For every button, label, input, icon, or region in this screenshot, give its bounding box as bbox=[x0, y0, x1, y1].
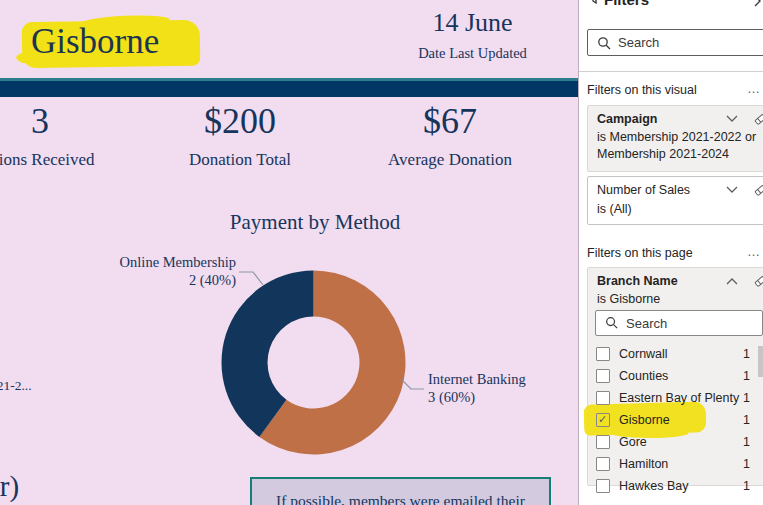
clipped-visual-title-text: ar) bbox=[0, 470, 19, 503]
checkbox-icon[interactable] bbox=[596, 347, 610, 361]
item-label: Eastern Bay of Plenty bbox=[619, 391, 739, 405]
stat-donation-total-value: $200 bbox=[160, 100, 320, 142]
item-count: 1 bbox=[728, 347, 750, 361]
campaign-condition-text: is Membership 2021-2022 or Membership 20… bbox=[597, 129, 763, 163]
powerbi-screen: Gisborne 14 June Date Last Updated 3 tio… bbox=[0, 0, 763, 505]
branch-condition-text: is Gisborne bbox=[597, 291, 763, 308]
filter-card-branch-name[interactable]: Branch Name is Gisborne bbox=[587, 267, 763, 486]
stat-donations-received-label: tions Received bbox=[0, 150, 95, 170]
list-item-cornwall[interactable]: Cornwall 1 bbox=[588, 344, 763, 366]
date-last-updated-label: Date Last Updated bbox=[400, 45, 545, 62]
filters-pane-title: Filters bbox=[604, 0, 649, 8]
filter-card-campaign[interactable]: Campaign is Membership 2021-2022 or Memb… bbox=[587, 105, 763, 172]
branch-list-scrollbar[interactable] bbox=[758, 344, 763, 484]
visual-section-more-options-icon[interactable]: … bbox=[747, 81, 761, 96]
donut-label-internet-banking: Internet Banking 3 (60%) bbox=[428, 370, 526, 406]
donut-label-online-membership-value: 2 (40%) bbox=[60, 271, 236, 289]
filters-pane: Filters Filters on this visual … Campaig… bbox=[578, 0, 763, 505]
filter-funnel-icon bbox=[587, 0, 602, 7]
eraser-icon[interactable] bbox=[752, 273, 763, 289]
page-section-more-options-icon[interactable]: … bbox=[747, 244, 761, 259]
item-count: 1 bbox=[728, 369, 750, 383]
stat-average-donation-value: $67 bbox=[370, 100, 530, 142]
list-item-hamilton[interactable]: Hamilton 1 bbox=[588, 454, 763, 476]
campaign-field-label: Campaign bbox=[597, 112, 657, 126]
report-canvas: Gisborne 14 June Date Last Updated 3 tio… bbox=[0, 0, 578, 505]
stat-donation-total-label: Donation Total bbox=[160, 150, 320, 170]
branch-search-input[interactable] bbox=[626, 313, 736, 333]
donut-label-internet-banking-name: Internet Banking bbox=[428, 370, 526, 388]
filters-on-page-label: Filters on this page bbox=[587, 246, 693, 260]
checkbox-checked-icon[interactable] bbox=[596, 413, 610, 427]
chevron-up-icon[interactable] bbox=[726, 276, 738, 286]
filters-on-visual-label: Filters on this visual bbox=[587, 83, 697, 97]
header-divider-bar bbox=[0, 78, 578, 97]
filter-card-number-of-sales[interactable]: Number of Sales is (All) bbox=[587, 176, 763, 225]
checkbox-icon[interactable] bbox=[596, 391, 610, 405]
donut-label-internet-banking-value: 3 (60%) bbox=[428, 388, 526, 406]
list-item-hawkes-bay[interactable]: Hawkes Bay 1 bbox=[588, 476, 763, 498]
search-icon bbox=[597, 36, 612, 51]
eraser-icon[interactable] bbox=[752, 111, 763, 127]
scrollbar-thumb[interactable] bbox=[758, 346, 763, 377]
donut-label-online-membership: Online Membership 2 (40%) bbox=[60, 253, 236, 289]
sales-field-label: Number of Sales bbox=[597, 183, 690, 197]
checkbox-icon[interactable] bbox=[596, 435, 610, 449]
item-count: 1 bbox=[728, 479, 750, 493]
date-last-updated-value: 14 June bbox=[400, 8, 545, 38]
list-item-gore[interactable]: Gore 1 bbox=[588, 432, 763, 454]
item-count: 1 bbox=[728, 435, 750, 449]
branch-field-label: Branch Name bbox=[597, 274, 678, 288]
item-label: Counties bbox=[619, 369, 668, 383]
item-label: Gisborne bbox=[619, 413, 670, 427]
payment-donut-chart[interactable] bbox=[220, 269, 407, 456]
item-label: Gore bbox=[619, 435, 647, 449]
stat-average-donation-label: Average Donation bbox=[370, 150, 530, 170]
note-textbox: If possible, members were emailed their bbox=[250, 477, 551, 505]
item-label: Hawkes Bay bbox=[619, 479, 688, 493]
item-label: Cornwall bbox=[619, 347, 668, 361]
donut-label-online-membership-name: Online Membership bbox=[60, 253, 236, 271]
clipped-legend-text: 021-2... bbox=[0, 378, 32, 394]
branch-search-box[interactable] bbox=[595, 310, 763, 336]
list-item-gisborne[interactable]: Gisborne 1 bbox=[588, 410, 763, 432]
pane-divider bbox=[579, 71, 763, 72]
stat-donations-received-value: 3 bbox=[0, 100, 80, 142]
chevron-down-icon[interactable] bbox=[726, 114, 738, 124]
item-count: 1 bbox=[728, 413, 750, 427]
checkbox-icon[interactable] bbox=[596, 457, 610, 471]
search-icon bbox=[605, 316, 619, 330]
filters-search-input[interactable] bbox=[618, 32, 728, 52]
page-title: Gisborne bbox=[31, 22, 159, 62]
sales-condition-text: is (All) bbox=[597, 201, 763, 218]
donut-chart-title: Payment by Method bbox=[120, 210, 510, 235]
list-item-eastern-bay-of-plenty[interactable]: Eastern Bay of Plenty 1 bbox=[588, 388, 763, 410]
checkbox-icon[interactable] bbox=[596, 479, 610, 493]
list-item-counties[interactable]: Counties 1 bbox=[588, 366, 763, 388]
chevron-down-icon[interactable] bbox=[726, 185, 738, 195]
item-count: 1 bbox=[728, 391, 750, 405]
checkbox-icon[interactable] bbox=[596, 369, 610, 383]
item-count: 1 bbox=[728, 457, 750, 471]
collapse-pane-icon[interactable] bbox=[753, 0, 762, 8]
filters-search-box[interactable] bbox=[587, 29, 763, 56]
item-label: Hamilton bbox=[619, 457, 668, 471]
branch-checkbox-list: Cornwall 1 Counties 1 Eastern Bay of Ple… bbox=[588, 344, 763, 487]
eraser-icon[interactable] bbox=[752, 182, 763, 198]
